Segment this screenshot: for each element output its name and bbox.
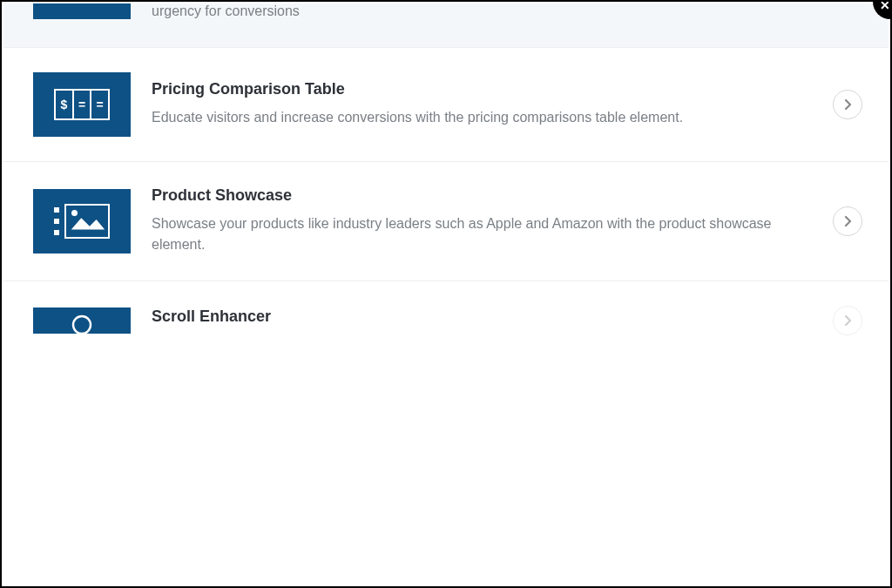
spacer: [3, 360, 889, 585]
hourglass-icon: [33, 3, 131, 19]
item-title: Scroll Enhancer: [152, 308, 812, 326]
chevron-right-icon[interactable]: [833, 206, 862, 236]
item-text: Pricing Comparison Table Educate visitor…: [152, 80, 812, 129]
item-text: Evergreen Countdown timer Insert an ever…: [152, 3, 812, 23]
item-description: Showcase your products like industry lea…: [152, 213, 812, 257]
item-text: Product Showcase Showcase your products …: [152, 186, 812, 257]
close-icon: ✕: [880, 0, 890, 12]
item-title: Pricing Comparison Table: [152, 80, 812, 98]
element-item-scroll-enhancer[interactable]: Scroll Enhancer: [3, 281, 889, 360]
pricing-table-icon: $==: [33, 72, 131, 137]
chevron-right-icon[interactable]: [833, 306, 862, 335]
item-title: Product Showcase: [152, 186, 812, 205]
chevron-right-icon[interactable]: [833, 90, 862, 119]
element-item-pricing-table[interactable]: $== Pricing Comparison Table Educate vis…: [3, 48, 889, 162]
modal-window: ✕ PlusPack Elements H1 Advanced Headline…: [0, 0, 892, 588]
element-item-product-showcase[interactable]: Product Showcase Showcase your products …: [3, 162, 889, 282]
item-description: Insert an evergreen countdown timer on y…: [152, 3, 812, 23]
item-description: Educate visitors and increase conversion…: [152, 107, 812, 129]
showcase-icon: [33, 189, 131, 253]
item-text: Scroll Enhancer: [152, 308, 812, 335]
scroll-icon: [33, 308, 131, 334]
svg-point-0: [73, 316, 91, 334]
elements-panel[interactable]: PlusPack Elements H1 Advanced Headline D…: [3, 3, 889, 585]
element-item-evergreen-countdown[interactable]: Evergreen Countdown timer Insert an ever…: [3, 3, 889, 48]
